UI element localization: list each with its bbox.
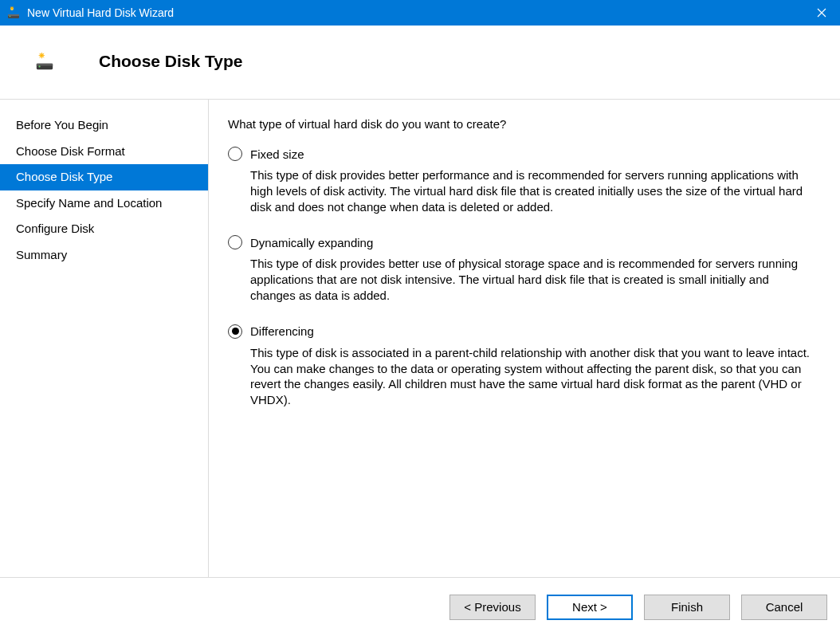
cancel-button[interactable]: Cancel — [741, 595, 827, 620]
radio-label: Dynamically expanding — [250, 236, 373, 249]
titlebar: New Virtual Hard Disk Wizard — [0, 0, 840, 26]
previous-button[interactable]: < Previous — [449, 595, 536, 620]
radio-button[interactable] — [228, 235, 242, 249]
wizard-step[interactable]: Summary — [0, 242, 208, 269]
svg-point-7 — [38, 65, 40, 67]
page-title: Choose Disk Type — [99, 52, 243, 71]
wizard-steps-sidebar: Before You BeginChoose Disk FormatChoose… — [0, 100, 209, 577]
disk-wizard-icon — [35, 51, 54, 72]
radio-row[interactable]: Dynamically expanding — [228, 235, 816, 249]
svg-rect-2 — [8, 14, 19, 16]
radio-row[interactable]: Differencing — [228, 324, 816, 339]
window-title: New Virtual Hard Disk Wizard — [27, 6, 803, 19]
radio-label: Differencing — [250, 324, 314, 338]
disk-type-option: DifferencingThis type of disk is associa… — [228, 324, 816, 408]
disk-type-option: Dynamically expandingThis type of disk p… — [228, 235, 816, 303]
radio-label: Fixed size — [250, 147, 304, 161]
question-text: What type of virtual hard disk do you wa… — [228, 117, 816, 131]
option-description: This type of disk provides better perfor… — [250, 167, 816, 214]
radio-button[interactable] — [228, 147, 242, 161]
wizard-step[interactable]: Choose Disk Format — [0, 139, 208, 165]
radio-button[interactable] — [228, 324, 242, 339]
next-button[interactable]: Next > — [547, 595, 633, 620]
disk-type-option: Fixed sizeThis type of disk provides bet… — [228, 147, 816, 214]
svg-point-3 — [10, 16, 11, 18]
svg-rect-6 — [37, 64, 53, 66]
wizard-footer: < Previous Next > Finish Cancel — [0, 577, 840, 636]
close-button[interactable] — [803, 0, 840, 26]
wizard-main-panel: What type of virtual hard disk do you wa… — [209, 100, 840, 577]
wizard-step[interactable]: Before You Begin — [0, 112, 208, 139]
option-description: This type of disk is associated in a par… — [250, 345, 816, 408]
option-description: This type of disk provides better use of… — [250, 256, 816, 303]
close-icon — [817, 8, 826, 18]
content-area: Before You BeginChoose Disk FormatChoose… — [0, 99, 840, 577]
wizard-step[interactable]: Specify Name and Location — [0, 190, 208, 217]
wizard-header: Choose Disk Type — [0, 26, 840, 99]
wizard-step[interactable]: Choose Disk Type — [0, 164, 208, 190]
wizard-step[interactable]: Configure Disk — [0, 216, 208, 242]
wizard-icon — [6, 6, 21, 20]
radio-row[interactable]: Fixed size — [228, 147, 816, 161]
finish-button[interactable]: Finish — [644, 595, 730, 620]
